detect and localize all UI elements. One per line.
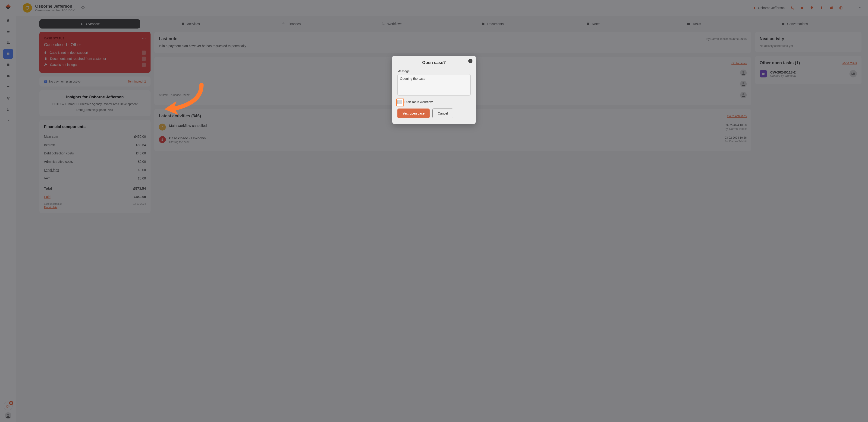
message-label: Message — [397, 69, 471, 73]
modal-title: Open case? — [397, 60, 471, 65]
checkbox-label: Start main workflow — [404, 100, 433, 104]
modal-overlay: ✕ Open case? Message Opening the case St… — [0, 0, 868, 422]
confirm-button[interactable]: Yes, open case — [397, 109, 430, 118]
annotation-arrow — [160, 83, 209, 120]
message-input[interactable]: Opening the case — [397, 74, 471, 95]
cancel-button[interactable]: Cancel — [432, 109, 453, 118]
modal-close-button[interactable]: ✕ — [468, 59, 472, 63]
start-workflow-checkbox[interactable] — [397, 100, 402, 104]
open-case-modal: ✕ Open case? Message Opening the case St… — [392, 56, 476, 124]
